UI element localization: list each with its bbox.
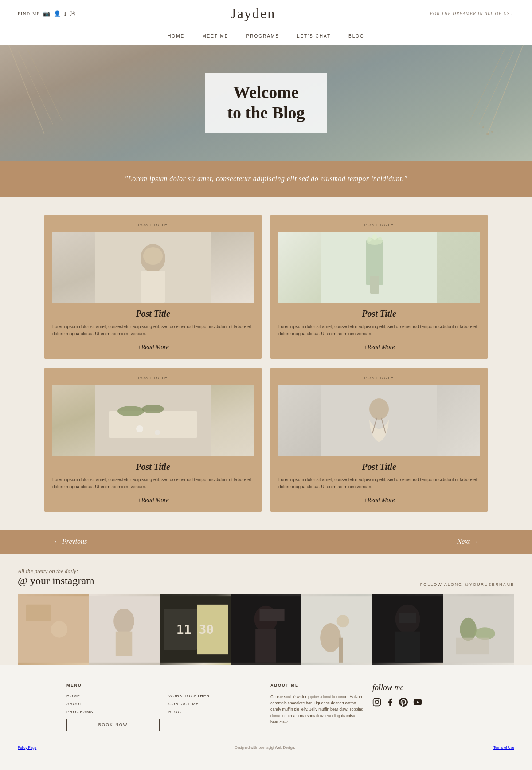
nav-lets-chat[interactable]: LET'S CHAT: [297, 34, 331, 39]
instagram-image-6[interactable]: [372, 594, 443, 665]
svg-rect-21: [109, 411, 197, 438]
read-more-2[interactable]: +Read More: [278, 344, 480, 351]
footer-youtube-icon[interactable]: [412, 698, 423, 709]
svg-rect-11: [141, 271, 165, 302]
social-icons-top: 📷 👤 𝐟 Ⓟ: [43, 10, 76, 18]
svg-line-1: [479, 50, 514, 125]
footer-work-col: MENU WORK TOGETHER CONTACT ME BLOG: [168, 683, 262, 731]
book-now-button[interactable]: BOOK NOW: [66, 719, 160, 731]
footer-work-together-link[interactable]: WORK TOGETHER: [168, 694, 262, 698]
post-excerpt-4: Lorem ipsum dolor sit amet, consectetur …: [278, 476, 480, 491]
svg-rect-49: [395, 631, 420, 662]
blog-section: POST DATE Post Title Lorem ipsum dolor s…: [0, 197, 532, 530]
pagination: ← Previous Next →: [0, 530, 532, 554]
instagram-image-3[interactable]: 11 30: [160, 594, 231, 665]
instagram-header: All the pretty on the daily: @ your inst…: [18, 567, 514, 587]
post-image-3: [52, 385, 254, 456]
post-date-2: POST DATE: [278, 223, 480, 227]
nav-home[interactable]: HOME: [168, 34, 184, 39]
instagram-image-7[interactable]: [443, 594, 514, 665]
footer-home-link[interactable]: HOME: [66, 694, 160, 698]
instagram-image-1[interactable]: [18, 594, 89, 665]
nav-programs[interactable]: PROGRAMS: [246, 34, 279, 39]
svg-rect-54: [456, 637, 489, 654]
hero-plant-right: [399, 45, 532, 161]
hero-title-box: Welcome to the Blog: [205, 73, 327, 133]
post-title-3: Post Title: [52, 462, 254, 472]
instagram-image-5[interactable]: [301, 594, 372, 665]
post-title-2: Post Title: [278, 309, 480, 319]
svg-point-17: [367, 237, 372, 242]
read-more-3[interactable]: +Read More: [52, 497, 254, 504]
svg-point-44: [320, 623, 341, 652]
nav-meet-me[interactable]: MEET ME: [202, 34, 228, 39]
footer-pinterest-icon[interactable]: [399, 698, 408, 709]
post-image-2: [278, 232, 480, 302]
svg-point-56: [375, 700, 379, 703]
svg-rect-26: [321, 385, 437, 456]
facebook-icon[interactable]: 𝐟: [64, 10, 67, 17]
footer-about-col: ABOUT ME Cookie soufflé wafer jujubes do…: [270, 683, 364, 731]
post-date-3: POST DATE: [52, 376, 254, 380]
svg-point-27: [369, 398, 389, 420]
svg-point-24: [136, 425, 143, 432]
footer-contact-link[interactable]: CONTACT ME: [168, 702, 262, 706]
footer-programs-link[interactable]: PROGRAMS: [66, 710, 160, 714]
quote-text: "Lorem ipsum dolor sit amet, consectetur…: [111, 173, 421, 185]
footer-blog-link[interactable]: BLOG: [168, 710, 262, 714]
svg-point-34: [113, 609, 134, 633]
hero-title: Welcome to the Blog: [227, 82, 305, 123]
read-more-1[interactable]: +Read More: [52, 344, 254, 351]
instagram-section: All the pretty on the daily: @ your inst…: [0, 554, 532, 665]
svg-point-23: [142, 405, 164, 413]
site-title: Jayden: [231, 5, 275, 22]
post-excerpt-3: Lorem ipsum dolor sit amet, consectetur …: [52, 476, 254, 491]
footer-facebook-icon[interactable]: [386, 698, 395, 709]
footer-social-icons: [372, 698, 466, 709]
blog-card-1: POST DATE Post Title Lorem ipsum dolor s…: [44, 215, 262, 359]
instagram-handle[interactable]: @ your instagram: [18, 575, 94, 587]
next-button[interactable]: Next →: [457, 538, 479, 546]
svg-rect-46: [339, 637, 343, 662]
footer-about-text: Cookie soufflé wafer jujubes donut liquo…: [270, 694, 364, 726]
blog-card-4: POST DATE Post Title Lorem ipsum dolor s…: [270, 368, 488, 512]
nav-blog[interactable]: BLOG: [348, 34, 364, 39]
svg-line-8: [27, 47, 62, 121]
read-more-4[interactable]: +Read More: [278, 497, 480, 504]
svg-point-52: [460, 617, 476, 640]
top-bar: FIND ME 📷 👤 𝐟 Ⓟ Jayden FOR THE DREAMER I…: [0, 0, 532, 28]
instagram-text-left: All the pretty on the daily: @ your inst…: [18, 567, 94, 587]
terms-link[interactable]: Terms of Use: [493, 746, 514, 750]
pinterest-icon[interactable]: Ⓟ: [70, 10, 76, 18]
post-image-1: [52, 232, 254, 302]
svg-rect-55: [373, 698, 381, 706]
svg-point-12: [143, 247, 163, 265]
post-date-1: POST DATE: [52, 223, 254, 227]
svg-point-32: [51, 621, 67, 637]
footer-menu-title: MENU: [66, 683, 160, 688]
instagram-tagline: All the pretty on the daily:: [18, 568, 78, 574]
instagram-icon[interactable]: 📷: [43, 10, 51, 17]
svg-line-2: [470, 47, 505, 121]
post-date-4: POST DATE: [278, 376, 480, 380]
svg-rect-35: [116, 631, 132, 656]
instagram-image-4[interactable]: [231, 594, 301, 665]
footer-instagram-icon[interactable]: [372, 698, 381, 709]
svg-rect-50: [399, 613, 416, 623]
instagram-image-2[interactable]: [89, 594, 160, 665]
footer: MENU HOME ABOUT PROGRAMS BOOK NOW MENU W…: [0, 665, 532, 758]
blog-card-2: POST DATE Post Title Lorem ipsum dolor s…: [270, 215, 488, 359]
post-image-svg-1: [52, 232, 254, 302]
svg-line-7: [18, 50, 53, 125]
svg-rect-41: [255, 629, 276, 663]
hero-plant-left: [0, 45, 133, 161]
instagram-clock-time: 11 30: [176, 622, 214, 636]
post-image-svg-2: [278, 232, 480, 302]
svg-rect-31: [26, 604, 51, 621]
find-me-section: FIND ME 📷 👤 𝐟 Ⓟ: [18, 10, 76, 18]
previous-button[interactable]: ← Previous: [53, 538, 87, 546]
footer-follow-title: follow me: [372, 683, 466, 692]
footer-about-link[interactable]: ABOUT: [66, 702, 160, 706]
user-icon[interactable]: 👤: [54, 10, 62, 17]
policy-link[interactable]: Policy Page: [18, 746, 36, 750]
